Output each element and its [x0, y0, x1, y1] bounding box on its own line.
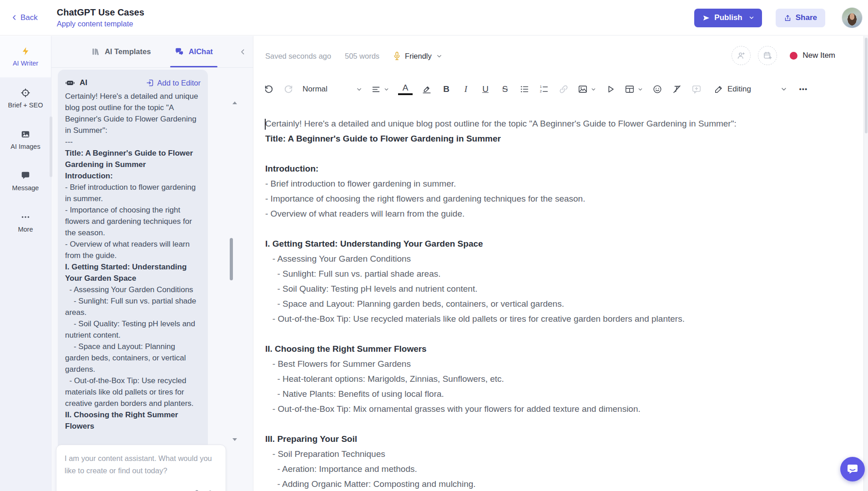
- chat-bubble-icon: [20, 171, 30, 181]
- editing-mode-chevron-icon[interactable]: [778, 82, 789, 96]
- undo-icon[interactable]: [263, 82, 274, 96]
- save-status: Saved seconds ago: [265, 52, 331, 61]
- target-icon: [20, 88, 30, 98]
- page-scrollbar-thumb[interactable]: [865, 38, 868, 133]
- editor-area: Saved seconds ago 505 words Friendly: [254, 36, 868, 491]
- chevron-left-icon: [11, 14, 18, 21]
- ai-panel: AI Templates AIChat AI: [51, 36, 253, 491]
- tone-label: Friendly: [405, 52, 432, 61]
- add-to-editor-button[interactable]: Add to Editor: [146, 79, 201, 87]
- sidebar-item-brief-seo[interactable]: Brief + SEO: [0, 77, 51, 119]
- editor-paragraph: - Overview of what readers will learn fr…: [265, 206, 850, 221]
- text-color-button[interactable]: A: [398, 83, 413, 96]
- schedule-calendar-button[interactable]: [758, 46, 777, 65]
- chat-input-field[interactable]: [56, 445, 226, 484]
- sidebar-item-ai-images[interactable]: AI Images: [0, 119, 51, 160]
- sidebar-item-label: Brief + SEO: [8, 101, 43, 109]
- highlight-button[interactable]: [421, 82, 432, 96]
- clear-formatting-button[interactable]: [671, 82, 682, 96]
- statusbar-right: New Item: [732, 46, 835, 65]
- scroll-up-arrow[interactable]: [232, 101, 237, 104]
- message-sender: AI: [65, 78, 87, 88]
- chat-input-box: [56, 445, 226, 491]
- sidebar-item-label: AI Writer: [13, 60, 38, 67]
- bold-button[interactable]: B: [441, 82, 452, 96]
- share-button[interactable]: Share: [776, 9, 825, 27]
- chat-line: - Assessing Your Garden Conditions: [65, 284, 201, 295]
- assign-user-button[interactable]: [732, 46, 751, 65]
- editor-paragraph: [265, 326, 850, 341]
- svg-text:1: 1: [540, 85, 542, 89]
- text-align-dropdown[interactable]: [371, 85, 389, 94]
- publish-chevron-icon: [748, 15, 755, 21]
- back-label: Back: [20, 13, 38, 22]
- editor-paragraph: III. Preparing Your Soil: [265, 431, 850, 446]
- add-comment-button[interactable]: [691, 82, 702, 96]
- editor-paragraph: - Adding Organic Matter: Composting and …: [265, 476, 850, 491]
- sidebar-item-message[interactable]: Message: [0, 160, 51, 202]
- editor-paragraph: - Sunlight: Full sun vs. partial shade a…: [265, 266, 850, 281]
- toolbar-more-button[interactable]: •••: [798, 82, 809, 96]
- strikethrough-button[interactable]: S: [500, 82, 510, 96]
- bullet-list-button[interactable]: [519, 82, 530, 96]
- chat-line: II. Choosing the Right Summer Flowers: [65, 409, 201, 432]
- editor-paragraph: - Best Flowers for Summer Gardens: [265, 356, 850, 371]
- chat-line: - Sunlight: Full sun vs. partial shade a…: [65, 295, 201, 318]
- chat-input-actions: [191, 489, 218, 491]
- collapse-panel-icon[interactable]: [239, 48, 247, 56]
- text-color-letter: A: [403, 83, 409, 92]
- user-avatar[interactable]: [842, 7, 863, 28]
- paragraph-style-dropdown[interactable]: Normal: [303, 85, 363, 94]
- page-scrollbar[interactable]: [863, 36, 868, 491]
- editor-paragraph: - Assessing Your Garden Conditions: [265, 251, 850, 266]
- text-cursor: [265, 119, 266, 130]
- pencil-icon: [714, 85, 723, 94]
- tab-ai-chat[interactable]: AIChat: [175, 36, 213, 67]
- send-plane-icon: [702, 14, 710, 22]
- editor-paragraph: [265, 221, 850, 236]
- redo-icon[interactable]: [283, 82, 294, 96]
- tone-selector[interactable]: Friendly: [393, 51, 443, 61]
- numbered-list-button[interactable]: 12: [539, 82, 550, 96]
- microphone-icon: [393, 51, 401, 61]
- publish-button[interactable]: Publish: [694, 9, 762, 27]
- insert-image-dropdown[interactable]: [578, 84, 596, 94]
- sidebar-item-more[interactable]: More: [0, 202, 51, 243]
- chat-thread: AI Add to Editor Certainly! Here's a det…: [51, 68, 253, 491]
- text-color-swatch: [398, 93, 413, 96]
- tab-label: AI Templates: [105, 47, 151, 56]
- document-content[interactable]: Certainly! Here's a detailed and unique …: [254, 102, 868, 491]
- help-chat-launcher[interactable]: [840, 457, 865, 481]
- underline-button[interactable]: U: [480, 82, 491, 96]
- chat-scrollbar-thumb[interactable]: [230, 238, 233, 280]
- share-label: Share: [796, 13, 817, 22]
- sidebar-item-ai-writer[interactable]: AI Writer: [0, 36, 51, 77]
- attachment-paperclip-icon[interactable]: [191, 489, 200, 491]
- editor-paragraph: - Brief introduction to flower gardening…: [265, 176, 850, 191]
- chat-line: Certainly! Here's a detailed and unique …: [65, 91, 201, 136]
- insert-video-button[interactable]: [605, 82, 616, 96]
- chat-line: - Importance of choosing the right flowe…: [65, 204, 201, 238]
- emoji-button[interactable]: [652, 82, 663, 96]
- apply-content-template-link[interactable]: Apply content template: [57, 20, 144, 28]
- send-message-icon[interactable]: [208, 489, 218, 491]
- workflow-status[interactable]: New Item: [790, 51, 835, 60]
- top-header: Back ChatGPT Use Cases Apply content tem…: [0, 0, 868, 35]
- header-actions: Publish Share: [694, 0, 868, 35]
- back-button[interactable]: Back: [11, 13, 38, 22]
- status-label: New Item: [802, 51, 835, 60]
- app-window: Back ChatGPT Use Cases Apply content tem…: [0, 0, 868, 491]
- link-button[interactable]: [558, 82, 569, 96]
- ai-message-card: AI Add to Editor Certainly! Here's a det…: [58, 70, 208, 459]
- tab-ai-templates[interactable]: AI Templates: [91, 36, 151, 67]
- tone-chevron-icon: [436, 53, 443, 60]
- italic-button[interactable]: I: [460, 82, 471, 96]
- chat-line: - Out-of-the-Box Tip: Use recycled mater…: [65, 375, 201, 409]
- sidebar-item-label: More: [18, 226, 33, 233]
- chat-line: Introduction:: [65, 170, 201, 182]
- insert-table-dropdown[interactable]: [625, 84, 643, 94]
- panel-scrollbar-thumb-left[interactable]: [50, 116, 52, 177]
- editing-mode-selector[interactable]: Editing: [714, 85, 751, 94]
- editor-paragraph: I. Getting Started: Understanding Your G…: [265, 236, 850, 251]
- scroll-down-arrow[interactable]: [232, 438, 237, 441]
